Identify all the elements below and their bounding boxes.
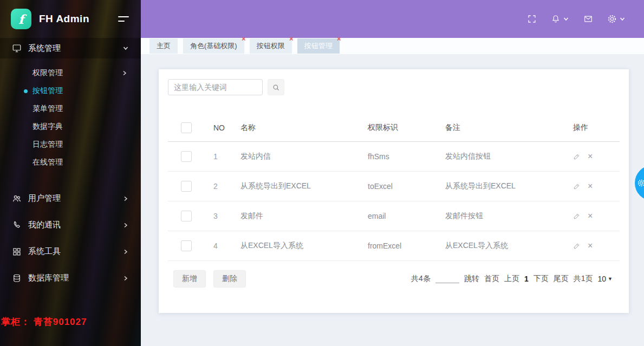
sidebar-item-label: 数据库管理 xyxy=(28,273,122,283)
header-name: 名称 xyxy=(240,123,368,133)
select-all-checkbox[interactable] xyxy=(181,122,192,133)
delete-icon[interactable]: × xyxy=(588,212,593,220)
search-input[interactable] xyxy=(168,79,263,95)
sidebar-item-label: 用户管理 xyxy=(28,193,122,204)
header-no: NO xyxy=(213,123,240,132)
tab-button-permission[interactable]: 按钮权限 × xyxy=(250,38,292,54)
row-note: 从系统导出到EXCEL xyxy=(445,181,573,191)
row-checkbox[interactable] xyxy=(181,151,192,162)
sidebar-item-label: 在线管理 xyxy=(32,158,63,167)
prev-page-link[interactable]: 上页 xyxy=(504,274,519,284)
edit-icon[interactable] xyxy=(573,182,581,190)
grid-icon xyxy=(12,247,22,257)
current-page: 1 xyxy=(524,275,529,283)
chevron-right-icon xyxy=(122,195,129,202)
content-area: NO 名称 权限标识 备注 操作 1 发站内信 fhSms 发站内信按钮 × xyxy=(141,54,644,346)
chevron-down-icon xyxy=(122,45,129,51)
fullscreen-icon xyxy=(527,14,537,24)
top-header xyxy=(141,0,644,38)
table-row: 4 从EXCEL导入系统 fromExcel 从EXCEL导入系统 × xyxy=(168,231,620,261)
row-note: 从EXCEL导入系统 xyxy=(445,241,573,251)
sidebar-item-label: 按钮管理 xyxy=(32,86,63,96)
tab-close-icon[interactable]: × xyxy=(289,35,294,42)
edit-icon[interactable] xyxy=(573,212,581,220)
gear-icon xyxy=(607,14,617,24)
row-checkbox[interactable] xyxy=(181,181,192,192)
users-icon xyxy=(12,194,22,204)
sidebar-item-data-dictionary[interactable]: 数据字典 xyxy=(0,117,141,135)
chevron-right-icon xyxy=(121,70,128,76)
sidebar-item-menu-management[interactable]: 菜单管理 xyxy=(0,100,141,117)
tab-label: 按钮权限 xyxy=(257,42,285,50)
total-count: 共4条 xyxy=(411,274,431,284)
tab-close-icon[interactable]: × xyxy=(242,35,246,42)
delete-button[interactable]: 删除 xyxy=(213,270,246,288)
add-button[interactable]: 新增 xyxy=(173,270,206,288)
last-page-link[interactable]: 尾页 xyxy=(554,274,569,284)
row-perm: fhSms xyxy=(368,152,445,161)
sidebar-item-my-contacts[interactable]: 我的通讯 xyxy=(0,212,141,238)
tab-label: 按钮管理 xyxy=(304,42,333,50)
row-no: 2 xyxy=(213,182,240,191)
page-size-value: 10 xyxy=(598,275,607,283)
row-checkbox[interactable] xyxy=(181,240,192,251)
edit-icon[interactable] xyxy=(573,242,581,250)
row-name: 从系统导出到EXCEL xyxy=(240,181,368,191)
page-jump-input[interactable] xyxy=(435,275,459,283)
search-icon xyxy=(272,83,280,92)
mail-icon xyxy=(583,14,593,24)
sidebar-item-label: 系统管理 xyxy=(28,43,122,54)
row-checkbox[interactable] xyxy=(181,211,192,221)
header-ops: 操作 xyxy=(573,123,620,133)
notifications-button[interactable] xyxy=(551,14,569,24)
sidebar: f FH Admin 系统管理 权限管理 按钮管理 菜单管理 数据字典 日志管理 xyxy=(0,0,141,346)
sidebar-item-log-management[interactable]: 日志管理 xyxy=(0,135,141,153)
sidebar-item-database-management[interactable]: 数据库管理 xyxy=(0,265,141,291)
shopkeeper-label: 掌柜： 青苔901027 xyxy=(1,316,87,328)
sidebar-item-label: 数据字典 xyxy=(32,122,63,132)
row-perm: email xyxy=(368,212,445,220)
tab-home[interactable]: 主页 xyxy=(149,38,178,54)
edit-icon[interactable] xyxy=(573,153,581,160)
chevron-down-icon xyxy=(563,16,569,22)
sidebar-item-user-management[interactable]: 用户管理 xyxy=(0,185,141,212)
chevron-down-icon xyxy=(619,16,626,22)
sidebar-item-system-management[interactable]: 系统管理 xyxy=(0,38,141,58)
sidebar-item-label: 我的通讯 xyxy=(28,220,122,230)
sidebar-item-permission-management[interactable]: 权限管理 xyxy=(0,64,141,82)
row-no: 1 xyxy=(213,152,240,161)
tab-label: 角色(基础权限) xyxy=(190,42,237,50)
app-title: FH Admin xyxy=(39,13,118,25)
tab-close-icon[interactable]: × xyxy=(337,35,341,42)
bell-icon xyxy=(551,14,561,24)
row-note: 发邮件按钮 xyxy=(445,211,573,221)
total-pages: 共1页 xyxy=(574,274,593,284)
messages-button[interactable] xyxy=(583,14,593,24)
monitor-icon xyxy=(12,43,22,53)
fullscreen-button[interactable] xyxy=(527,14,537,24)
sidebar-item-button-management[interactable]: 按钮管理 xyxy=(0,82,141,100)
settings-button[interactable] xyxy=(607,14,626,24)
first-page-link[interactable]: 首页 xyxy=(484,274,499,284)
tab-role-base-permission[interactable]: 角色(基础权限) × xyxy=(183,38,244,54)
search-row xyxy=(159,79,629,95)
tab-button-management[interactable]: 按钮管理 × xyxy=(297,38,340,54)
delete-icon[interactable]: × xyxy=(588,182,593,191)
chevron-right-icon xyxy=(122,249,129,255)
sidebar-toggle-icon[interactable] xyxy=(118,16,130,22)
delete-icon[interactable]: × xyxy=(588,152,593,161)
row-no: 3 xyxy=(213,212,240,220)
header-note: 备注 xyxy=(445,123,573,133)
tab-bar: 主页 角色(基础权限) × 按钮权限 × 按钮管理 × xyxy=(141,38,644,54)
table-row: 3 发邮件 email 发邮件按钮 × xyxy=(168,201,620,231)
caret-down-icon: ▼ xyxy=(608,276,613,282)
delete-icon[interactable]: × xyxy=(588,241,593,250)
logo-row: f FH Admin xyxy=(0,0,141,38)
jump-link[interactable]: 跳转 xyxy=(464,274,479,284)
next-page-link[interactable]: 下页 xyxy=(534,274,549,284)
sidebar-item-online-management[interactable]: 在线管理 xyxy=(0,153,141,171)
search-button[interactable] xyxy=(268,79,284,95)
theme-settings-handle[interactable] xyxy=(635,165,644,201)
page-size-select[interactable]: 10 ▼ xyxy=(598,275,613,283)
sidebar-item-system-tools[interactable]: 系统工具 xyxy=(0,238,141,265)
